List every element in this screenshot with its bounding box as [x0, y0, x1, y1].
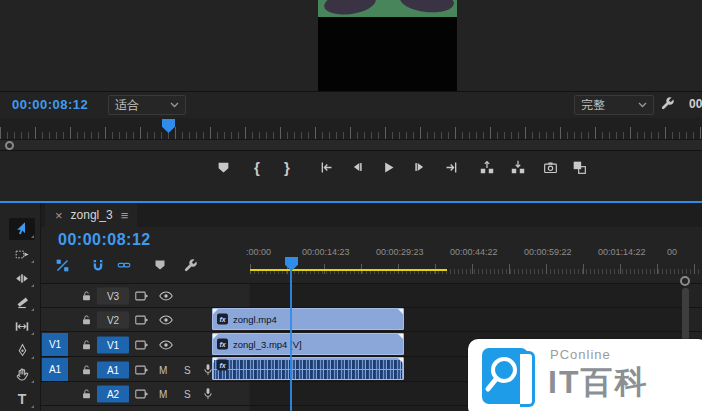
fx-badge[interactable]: fx	[217, 314, 228, 325]
snap-magnet-icon[interactable]	[88, 255, 108, 275]
lock-icon[interactable]	[81, 314, 92, 326]
sync-lock-icon[interactable]	[135, 339, 149, 350]
zoom-level-value: 适合	[115, 97, 139, 114]
export-frame-camera-button[interactable]	[539, 156, 561, 178]
track-content-v3[interactable]	[250, 284, 684, 308]
linked-selection-icon[interactable]	[114, 255, 134, 275]
track-select-v2[interactable]: V2	[97, 312, 129, 329]
program-playhead[interactable]	[162, 119, 175, 133]
ruler-tick: 00:01:14:22	[598, 247, 646, 257]
lock-icon[interactable]	[81, 290, 92, 302]
slip-tool-button[interactable]	[9, 315, 35, 337]
clip-zongl-mp4[interactable]: fx zongl.mp4	[212, 308, 404, 330]
chevron-down-icon	[638, 102, 647, 108]
scrollbar-knob[interactable]	[5, 141, 14, 150]
monitor-settings-wrench-icon[interactable]	[660, 96, 675, 111]
toggle-track-output-eye-icon[interactable]	[159, 315, 173, 325]
razor-tool-button[interactable]	[9, 291, 35, 313]
ruler-tick: :00:00	[246, 247, 271, 257]
ripple-edit-icon	[14, 271, 30, 286]
sync-lock-icon[interactable]	[135, 291, 149, 302]
hand-icon	[15, 366, 30, 382]
mute-track-button[interactable]: M	[159, 389, 167, 400]
program-monitor-ruler[interactable]	[0, 118, 702, 139]
add-marker-button[interactable]	[212, 156, 234, 178]
ruler-tick: 00	[667, 247, 677, 257]
source-patch-v1[interactable]: V1	[42, 333, 68, 356]
clip-zongl_3-audio[interactable]: fx	[212, 357, 404, 380]
sync-lock-icon[interactable]	[135, 364, 149, 375]
step-back-button[interactable]	[346, 156, 368, 178]
ruler-tick-marks	[250, 262, 702, 274]
ruler-tick: 00:00:14:23	[302, 247, 350, 257]
close-tab-icon[interactable]: ×	[55, 208, 63, 223]
track-select-icon	[14, 247, 30, 262]
clip-zongl_3-mp4-video[interactable]: fx zongl_3.mp4 [V]	[212, 333, 404, 355]
extract-button[interactable]	[507, 156, 529, 178]
lock-icon[interactable]	[81, 388, 92, 400]
tab-zongl_3[interactable]: × zongl_3 ≡	[45, 203, 137, 227]
video-object-left	[323, 0, 378, 17]
program-monitor-controls: 00:00:08:12 适合 完整 00	[0, 92, 702, 118]
chevron-down-icon	[170, 102, 179, 108]
mark-out-button[interactable]: }	[276, 156, 298, 178]
playback-resolution-select[interactable]: 完整	[574, 95, 654, 115]
track-select-a1[interactable]: A1	[97, 361, 129, 378]
lock-icon[interactable]	[81, 364, 92, 376]
solo-track-button[interactable]: S	[184, 364, 191, 375]
tab-title: zongl_3	[71, 208, 113, 222]
lock-icon[interactable]	[81, 339, 92, 351]
panel-menu-icon[interactable]: ≡	[121, 208, 128, 223]
timeline-ruler[interactable]: :00:00 00:00:14:23 00:00:29:23 00:00:44:…	[209, 244, 702, 280]
selection-tool-button[interactable]	[9, 218, 35, 240]
go-to-out-button[interactable]	[440, 156, 462, 178]
play-button[interactable]	[377, 156, 399, 178]
mute-track-button[interactable]: M	[159, 364, 167, 375]
toggle-track-output-eye-icon[interactable]	[159, 340, 173, 350]
hand-tool-button[interactable]	[9, 363, 35, 385]
lift-button[interactable]	[476, 156, 498, 178]
render-bar	[250, 269, 447, 271]
pen-tool-button[interactable]	[9, 339, 35, 361]
timeline-scroll-knob[interactable]	[680, 276, 690, 286]
premiere-app-window: 00:00:08:12 适合 完整 00	[0, 0, 702, 411]
track-select-a2[interactable]: A2	[97, 386, 129, 403]
timeline-playhead-line[interactable]	[290, 264, 292, 411]
watermark-brand: PConline	[550, 347, 611, 362]
transport-controls: { }	[0, 150, 702, 202]
type-tool-button[interactable]: T	[9, 388, 35, 410]
voiceover-mic-icon[interactable]	[203, 387, 213, 401]
track-select-forward-tool-button[interactable]	[9, 243, 35, 265]
timeline-tab-bar: × zongl_3 ≡	[41, 203, 702, 227]
zoom-level-select[interactable]: 适合	[108, 95, 186, 115]
sync-lock-icon[interactable]	[135, 389, 149, 400]
video-frame-content	[318, 0, 457, 17]
source-patch-a1[interactable]: A1	[42, 358, 68, 381]
toggle-track-output-eye-icon[interactable]	[159, 291, 173, 301]
mark-in-button[interactable]: {	[246, 156, 268, 178]
track-select-v1[interactable]: V1	[97, 336, 129, 353]
track-select-v3[interactable]: V3	[97, 288, 129, 305]
audio-waveform	[214, 370, 402, 379]
solo-track-button[interactable]: S	[184, 389, 191, 400]
sync-lock-icon[interactable]	[135, 315, 149, 326]
step-forward-button[interactable]	[409, 156, 431, 178]
timeline-settings-wrench-icon[interactable]	[180, 255, 200, 275]
pen-icon	[16, 342, 29, 358]
program-monitor-video	[318, 0, 457, 91]
tools-palette: T	[0, 203, 41, 411]
timeline-timecode[interactable]: 00:00:08:12	[58, 231, 151, 249]
fx-badge[interactable]: fx	[217, 339, 228, 350]
track-header-a2: A2 M S	[41, 382, 249, 406]
fx-badge[interactable]: fx	[217, 360, 228, 371]
program-timecode[interactable]: 00:00:08:12	[12, 97, 88, 112]
razor-icon	[15, 295, 30, 310]
timeline-toolbar	[52, 255, 212, 277]
timeline-add-marker-icon[interactable]	[150, 255, 170, 275]
go-to-in-button[interactable]	[315, 156, 337, 178]
watermark-title: IT百科	[548, 361, 648, 405]
ripple-edit-tool-button[interactable]	[9, 267, 35, 289]
comparison-view-button[interactable]	[568, 156, 590, 178]
selection-arrow-icon	[15, 221, 30, 237]
nest-sequence-toggle-icon[interactable]	[52, 255, 72, 275]
